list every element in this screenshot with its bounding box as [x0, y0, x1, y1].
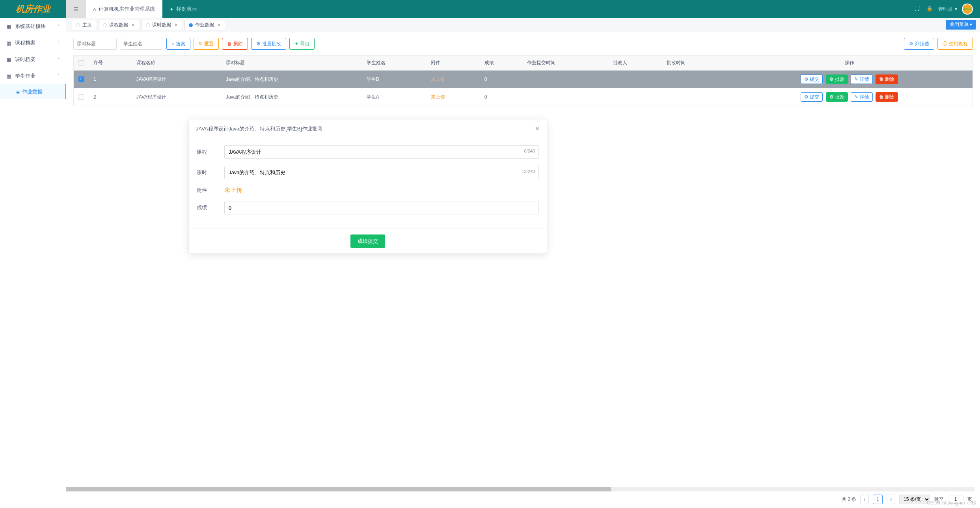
column-header: 操作 [726, 56, 973, 71]
trash-icon: 🗑 [227, 41, 232, 47]
grid-icon: ▦ [6, 24, 12, 30]
column-header: 课程名称 [132, 56, 221, 71]
chevron-down-icon: ˅ [58, 41, 60, 46]
top-tab-1[interactable]: ✦样例演示 [162, 0, 204, 18]
user-menu[interactable]: 管理员 ▾ [938, 6, 957, 13]
close-icon[interactable]: ✕ [535, 125, 540, 132]
close-all-tabs-button[interactable]: 关闭菜单 ▾ [946, 20, 976, 30]
page-tab-0[interactable]: 主页 [72, 20, 96, 30]
avatar[interactable]: JAVA [962, 4, 973, 15]
search-button[interactable]: ⌕搜索 [166, 38, 190, 50]
tab-dot-icon [146, 23, 150, 27]
menu-toggle-icon[interactable]: ☰ [66, 0, 86, 18]
side-menu: ▦系统基础模块˅▦课程档案˅▦课时档案˅▦学生作业˄◈作业数据 [0, 18, 66, 508]
column-header: 附件 [426, 56, 480, 71]
user-label: 管理员 [938, 6, 952, 13]
sidebar-item-3[interactable]: ▦学生作业˄ [0, 68, 66, 84]
page-number[interactable]: 1 [873, 495, 883, 504]
submit-score-button[interactable]: 成绩提交 [350, 234, 385, 248]
row-edit-button[interactable]: ⚙ 批改 [826, 74, 848, 84]
refresh-icon: ↻ [199, 41, 203, 47]
chevron-down-icon: ▾ [955, 6, 957, 12]
column-header: 学生姓名 [362, 56, 426, 71]
row-checkbox[interactable] [78, 76, 84, 82]
page-tab-2[interactable]: 课时数据✕ [142, 20, 182, 30]
info-icon: ⓘ [943, 41, 947, 47]
search-icon: ⌕ [171, 41, 174, 47]
page-size-select[interactable]: 15 条/页 [899, 495, 930, 504]
sidebar-item-2[interactable]: ▦课时档案˅ [0, 51, 66, 68]
watermark: CSDN @Designer 小郑 [927, 500, 976, 506]
sidebar-subitem-3-0[interactable]: ◈作业数据 [0, 84, 66, 99]
score-field[interactable] [224, 201, 539, 214]
select-all-checkbox[interactable] [78, 60, 84, 66]
tab-dot-icon [76, 23, 80, 27]
sidebar-item-1[interactable]: ▦课程档案˅ [0, 35, 66, 51]
tutorial-button[interactable]: ⓘ使用教程 [937, 38, 973, 50]
logo: 机房作业 [0, 0, 66, 18]
lesson-field[interactable] [224, 166, 539, 179]
row-delete-button[interactable]: 🗑 删除 [876, 92, 898, 102]
toolbar: ⌕搜索 ↻重置 🗑删除 ⚙批量批改 ✈导出 ⚙列筛选 ⓘ使用教程 [66, 32, 980, 55]
next-page-button[interactable]: › [887, 495, 895, 504]
delete-button[interactable]: 🗑删除 [222, 38, 248, 50]
tab-icon: ✦ [170, 6, 174, 12]
row-detail-button[interactable]: ✎ 详情 [851, 74, 872, 84]
column-header: 作业提交时间 [522, 56, 608, 71]
lesson-counter: 13/240 [522, 169, 535, 174]
column-header: 成绩 [480, 56, 523, 71]
course-counter: 8/240 [524, 149, 535, 153]
prev-page-button[interactable]: ‹ [860, 495, 869, 504]
modal-title: JAVA程序设计Java的介绍、特点和历史[学生B]作业批阅 [196, 125, 322, 132]
top-tab-0[interactable]: ⌂计算机机房作业管理系统 [86, 0, 162, 18]
close-icon[interactable]: ✕ [131, 22, 135, 28]
gear-icon: ⚙ [909, 41, 913, 47]
page-tab-3[interactable]: 作业数据✕ [184, 20, 225, 30]
tab-dot-icon [103, 23, 107, 27]
close-icon[interactable]: ✕ [217, 22, 221, 28]
grid-icon: ▦ [6, 73, 12, 79]
horizontal-scrollbar[interactable] [66, 487, 974, 491]
page-tab-1[interactable]: 课程数据✕ [99, 20, 139, 30]
tab-icon: ⌂ [93, 6, 96, 12]
lesson-label: 课时 [197, 169, 224, 176]
column-header: 序号 [89, 56, 132, 71]
chevron-down-icon: ˅ [58, 24, 60, 29]
table-row[interactable]: 1 JAVA程序设计 Java的介绍、特点和历史 学生B 未上传 0 ⚙ 提交 … [74, 71, 973, 88]
review-modal: JAVA程序设计Java的介绍、特点和历史[学生B]作业批阅 ✕ 课程 8/24… [188, 119, 547, 254]
table-row[interactable]: 2 JAVA程序设计 Java的介绍、特点和历史 学生A 未上传 0 ⚙ 提交 … [74, 88, 973, 106]
batch-edit-button[interactable]: ⚙批量批改 [251, 38, 286, 50]
row-checkbox[interactable] [78, 94, 84, 100]
row-submit-button[interactable]: ⚙ 提交 [801, 92, 823, 102]
chevron-up-icon: ˄ [58, 74, 60, 79]
lock-icon[interactable]: 🔒 [926, 6, 933, 13]
grid-icon: ▦ [6, 40, 12, 46]
reset-button[interactable]: ↻重置 [194, 38, 219, 50]
fullscreen-icon[interactable]: ⛶ [915, 6, 922, 13]
chevron-down-icon: ˅ [58, 57, 60, 62]
row-submit-button[interactable]: ⚙ 提交 [801, 74, 823, 84]
sidebar-item-0[interactable]: ▦系统基础模块˅ [0, 18, 66, 35]
attach-status: 未上传 [224, 186, 242, 193]
column-filter-button[interactable]: ⚙列筛选 [904, 38, 934, 50]
column-header: 课时标题 [221, 56, 362, 71]
diamond-icon: ◈ [16, 89, 20, 95]
topbar: ☰ ⌂计算机机房作业管理系统✦样例演示 ⛶ 🔒 管理员 ▾ JAVA [66, 0, 980, 18]
column-header: 批改人 [608, 56, 662, 71]
score-label: 成绩 [197, 204, 224, 211]
send-icon: ✈ [294, 41, 298, 47]
gear-icon: ⚙ [256, 41, 261, 47]
close-icon[interactable]: ✕ [174, 22, 178, 28]
row-edit-button[interactable]: ⚙ 批改 [826, 92, 848, 102]
course-label: 课程 [197, 149, 224, 156]
page-tabs: 主页课程数据✕课时数据✕作业数据✕ 关闭菜单 ▾ [66, 18, 980, 32]
export-button[interactable]: ✈导出 [289, 38, 315, 50]
row-detail-button[interactable]: ✎ 详情 [851, 92, 872, 102]
course-field[interactable] [224, 145, 539, 159]
sidebar: 机房作业 ▦系统基础模块˅▦课程档案˅▦课时档案˅▦学生作业˄◈作业数据 [0, 0, 66, 508]
student-name-input[interactable] [120, 38, 163, 50]
lesson-title-input[interactable] [73, 38, 117, 50]
grid-icon: ▦ [6, 57, 12, 63]
content-area: ⌕搜索 ↻重置 🗑删除 ⚙批量批改 ✈导出 ⚙列筛选 ⓘ使用教程 序号课程名称课… [66, 32, 980, 508]
row-delete-button[interactable]: 🗑 删除 [876, 74, 898, 84]
